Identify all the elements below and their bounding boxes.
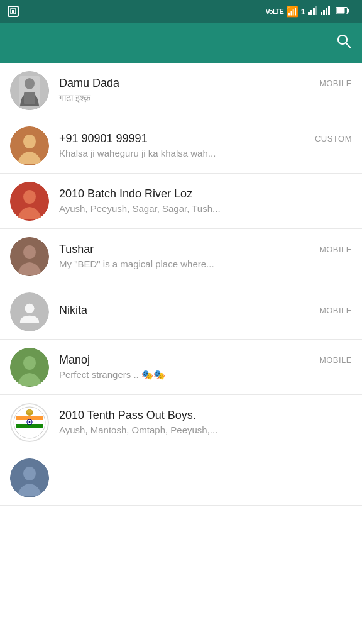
contact-label: MOBILE bbox=[319, 79, 352, 88]
svg-line-14 bbox=[346, 43, 351, 48]
avatar bbox=[10, 126, 49, 165]
svg-rect-11 bbox=[337, 8, 345, 13]
svg-rect-4 bbox=[313, 8, 315, 15]
contact-name: Damu Dada bbox=[59, 77, 119, 90]
svg-point-13 bbox=[338, 35, 347, 44]
svg-point-25 bbox=[25, 303, 34, 313]
contact-item-manoj[interactable]: Manoj MOBILE Perfect strangers .. 🎭🎭 bbox=[0, 340, 362, 395]
svg-point-22 bbox=[23, 190, 36, 204]
battery-icon bbox=[336, 7, 349, 16]
contact-item-damu-dada[interactable]: Damu Dada MOBILE गाढा इश्क़ bbox=[0, 63, 362, 118]
contact-item-nikita[interactable]: Nikita MOBILE bbox=[0, 284, 362, 340]
avatar bbox=[10, 71, 49, 110]
status-bar: VoLTE 📶 1 bbox=[0, 0, 362, 23]
svg-rect-1 bbox=[12, 10, 14, 13]
contact-name: 2010 Tenth Pass Out Boys. bbox=[59, 409, 196, 422]
contact-name: Tushar bbox=[59, 243, 94, 256]
contact-info: Tushar MOBILE My "BED" is a magical plac… bbox=[59, 243, 352, 270]
svg-point-17 bbox=[25, 78, 35, 89]
contact-item-partial[interactable] bbox=[0, 450, 362, 506]
svg-point-27 bbox=[23, 356, 36, 370]
signal2-icon bbox=[321, 6, 331, 17]
svg-rect-18 bbox=[24, 92, 35, 104]
contact-item-batch-2010[interactable]: 2010 Batch Indo River Loz Ayush, Peeyush… bbox=[0, 174, 362, 229]
svg-rect-6 bbox=[321, 12, 322, 15]
contact-label: CUSTOM bbox=[315, 134, 352, 143]
contact-name: 2010 Batch Indo River Loz bbox=[59, 187, 192, 201]
svg-point-24 bbox=[23, 245, 36, 259]
svg-rect-5 bbox=[315, 6, 317, 15]
search-button[interactable] bbox=[336, 33, 352, 53]
screenshot-icon bbox=[8, 6, 19, 17]
contact-info: 2010 Tenth Pass Out Boys. Ayush, Mantosh… bbox=[59, 409, 352, 436]
contact-info: Damu Dada MOBILE गाढा इश्क़ bbox=[59, 77, 352, 104]
avatar bbox=[10, 403, 49, 442]
contact-label: MOBILE bbox=[319, 355, 352, 365]
wifi-icon: 📶 bbox=[286, 6, 299, 18]
contact-label: MOBILE bbox=[319, 306, 352, 315]
volte-icon: VoLTE bbox=[266, 8, 283, 15]
contact-status: Khalsa ji waheguru ji ka khalsa wah... bbox=[59, 148, 216, 158]
contact-info bbox=[59, 477, 352, 479]
contact-list: Damu Dada MOBILE गाढा इश्क़ +91 90901 99… bbox=[0, 63, 362, 644]
avatar bbox=[10, 292, 49, 331]
svg-rect-12 bbox=[348, 9, 349, 12]
contact-status: गाढा इश्क़ bbox=[59, 92, 90, 103]
svg-rect-3 bbox=[310, 10, 312, 15]
contact-item-tenth-boys[interactable]: 2010 Tenth Pass Out Boys. Ayush, Mantosh… bbox=[0, 395, 362, 450]
avatar bbox=[10, 182, 49, 221]
signal-icon bbox=[308, 6, 318, 17]
contact-info: +91 90901 99991 CUSTOM Khalsa ji wahegur… bbox=[59, 132, 352, 159]
contact-name: +91 90901 99991 bbox=[59, 132, 148, 145]
avatar bbox=[10, 348, 49, 387]
contact-info: 2010 Batch Indo River Loz Ayush, Peeyush… bbox=[59, 187, 352, 214]
contact-status: My "BED" is a magical place where... bbox=[59, 258, 214, 269]
contact-label: MOBILE bbox=[319, 245, 352, 254]
header bbox=[0, 23, 362, 63]
status-icons: VoLTE 📶 1 bbox=[266, 6, 354, 18]
avatar bbox=[10, 458, 49, 497]
contact-name: Nikita bbox=[59, 304, 87, 317]
contact-item-tushar[interactable]: Tushar MOBILE My "BED" is a magical plac… bbox=[0, 229, 362, 284]
svg-rect-7 bbox=[323, 10, 325, 15]
contact-status: Ayush, Mantosh, Omtaph, Peeyush,... bbox=[59, 425, 217, 435]
contact-info: Nikita MOBILE bbox=[59, 304, 352, 319]
contact-info: Manoj MOBILE Perfect strangers .. 🎭🎭 bbox=[59, 353, 352, 380]
contact-status: Perfect strangers .. 🎭🎭 bbox=[59, 369, 165, 380]
contact-name: Manoj bbox=[59, 353, 90, 367]
svg-point-35 bbox=[27, 409, 32, 413]
svg-rect-9 bbox=[328, 6, 330, 15]
svg-point-37 bbox=[23, 467, 36, 480]
svg-point-20 bbox=[23, 135, 36, 148]
sim-icon: 1 bbox=[301, 7, 305, 16]
svg-rect-8 bbox=[326, 8, 327, 15]
avatar bbox=[10, 237, 49, 276]
contact-item-number-91[interactable]: +91 90901 99991 CUSTOM Khalsa ji wahegur… bbox=[0, 118, 362, 174]
svg-point-33 bbox=[29, 421, 31, 423]
svg-rect-2 bbox=[308, 12, 310, 15]
contact-status: Ayush, Peeyush, Sagar, Sagar, Tush... bbox=[59, 203, 221, 214]
